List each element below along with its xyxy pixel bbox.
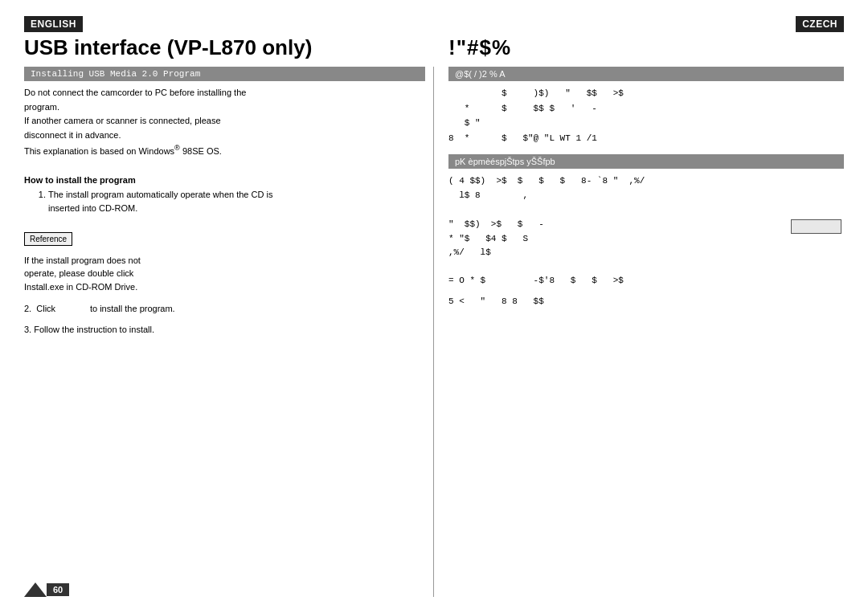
page-title-czech: !"#$% [448, 35, 844, 60]
right-section-bar-2: pK èpmèéspjŠtps yŠŠfpb [448, 154, 844, 169]
right-intro-text: $ )$) " $$ >$ * $ $$ $ ' - $ " 8 * $ $"@… [448, 86, 844, 146]
step-1: The install program automatically operat… [48, 188, 425, 216]
czech-button-box [791, 219, 841, 234]
reference-text: If the install program does not operate,… [24, 254, 425, 294]
right-step1-text: ( 4 $$) >$ $ $ $ 8- `8 " ,%/ l$ 8 , [448, 174, 844, 203]
step-2: 2. Click to install the program. [24, 301, 425, 317]
right-step-3: 5 < " 8 8 $$ [448, 294, 844, 310]
page-number: 60 [47, 583, 69, 596]
reference-label: Reference [24, 232, 72, 246]
right-step-2: = O * $ -$'8 $ $ >$ [448, 273, 844, 289]
left-section-bar: Installing USB Media 2.0 Program [24, 67, 425, 81]
page-title-english: USB interface (VP-L870 only) [24, 35, 426, 60]
english-badge: ENGLISH [24, 16, 83, 32]
step-3: 3. Follow the instruction to install. [24, 322, 425, 338]
czech-badge: CZECH [796, 16, 844, 32]
left-intro-text: Do not connect the camcorder to PC befor… [24, 86, 425, 159]
right-reference-text: " $$) >$ $ - * "$ $4 $ S ,%/ l$ [448, 218, 780, 260]
right-section-bar: @$( / )2 % A [448, 67, 844, 81]
how-to-heading: How to install the program [24, 175, 425, 185]
